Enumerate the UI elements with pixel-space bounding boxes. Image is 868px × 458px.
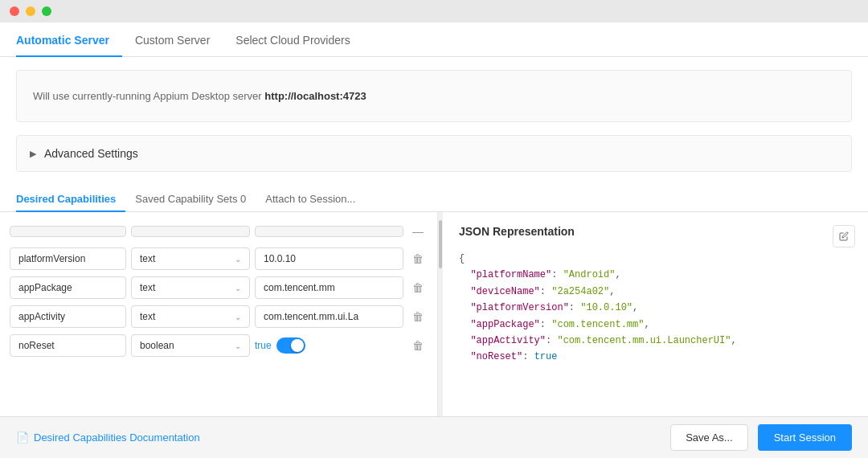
save-as-button[interactable]: Save As... xyxy=(670,424,748,451)
capabilities-tab-bar: Desired Capabilities Saved Capability Se… xyxy=(0,185,868,212)
toggle-switch[interactable] xyxy=(276,337,305,354)
json-panel: JSON Representation { "platformName": "A… xyxy=(443,212,868,416)
cap-name-field[interactable]: appActivity xyxy=(10,305,126,328)
tab-cloud-providers[interactable]: Select Cloud Providers xyxy=(223,22,362,56)
type-label: text xyxy=(140,311,155,322)
delete-button[interactable]: 🗑 xyxy=(408,307,428,326)
main-window: Automatic Server Custom Server Select Cl… xyxy=(0,22,868,458)
scroll-thumb xyxy=(439,220,442,268)
table-row: — xyxy=(0,219,437,244)
close-button[interactable] xyxy=(10,6,19,16)
json-panel-title: JSON Representation xyxy=(459,225,855,238)
chevron-down-icon: ⌄ xyxy=(235,255,241,264)
chevron-right-icon: ▶ xyxy=(30,149,36,159)
bottom-bar: 📄 Desired Capabilities Documentation Sav… xyxy=(0,416,868,458)
cap-name-field[interactable]: platformVersion xyxy=(10,247,126,270)
chevron-down-icon: ⌄ xyxy=(235,284,241,292)
bottom-actions: Save As... Start Session xyxy=(670,424,852,451)
table-row: platformVersion text ⌄ 10.0.10 🗑 xyxy=(0,244,437,273)
content-area: — platformVersion text ⌄ 10.0.10 🗑 appPa… xyxy=(0,212,868,416)
server-tab-bar: Automatic Server Custom Server Select Cl… xyxy=(0,22,868,57)
delete-button[interactable]: 🗑 xyxy=(408,336,428,355)
delete-button[interactable]: 🗑 xyxy=(408,278,428,297)
docs-icon: 📄 xyxy=(16,431,29,444)
table-row: appPackage text ⌄ com.tencent.mm 🗑 xyxy=(0,273,437,302)
start-session-button[interactable]: Start Session xyxy=(758,424,852,451)
cap-value-input[interactable] xyxy=(255,226,403,237)
cap-name-field[interactable]: appPackage xyxy=(10,276,126,299)
docs-link-label: Desired Capabilities Documentation xyxy=(34,431,200,444)
cap-type-select[interactable]: text ⌄ xyxy=(131,247,250,270)
info-banner: Will use currently-running Appium Deskto… xyxy=(16,70,852,122)
tab-desired-capabilities[interactable]: Desired Capabilities xyxy=(16,185,125,211)
type-label: text xyxy=(140,253,155,264)
info-text: Will use currently-running Appium Deskto… xyxy=(33,90,264,102)
title-bar xyxy=(0,0,868,22)
cap-value-field[interactable]: com.tencent.mm.ui.La xyxy=(255,305,403,328)
delete-button[interactable]: 🗑 xyxy=(408,249,428,268)
capabilities-section: Desired Capabilities Saved Capability Se… xyxy=(0,185,868,416)
delete-icon[interactable]: — xyxy=(408,222,428,241)
tab-saved-capability-sets[interactable]: Saved Capability Sets 0 xyxy=(125,185,256,211)
advanced-settings-panel[interactable]: ▶ Advanced Settings xyxy=(16,135,852,172)
edit-json-button[interactable] xyxy=(833,225,855,247)
capabilities-list: — platformVersion text ⌄ 10.0.10 🗑 appPa… xyxy=(0,212,438,416)
cap-type-select[interactable]: boolean ⌄ xyxy=(131,334,250,357)
table-row: noReset boolean ⌄ true 🗑 xyxy=(0,331,437,360)
advanced-settings-label: Advanced Settings xyxy=(44,147,138,160)
cap-value-field[interactable]: 10.0.10 xyxy=(255,247,403,270)
chevron-down-icon: ⌄ xyxy=(235,341,241,350)
type-label: text xyxy=(140,282,155,293)
server-url: http://localhost:4723 xyxy=(264,90,366,102)
cap-name-field[interactable]: noReset xyxy=(10,334,126,357)
cap-value-field[interactable]: com.tencent.mm xyxy=(255,276,403,299)
tab-attach-to-session[interactable]: Attach to Session... xyxy=(256,185,365,211)
cap-value-toggle-container: true xyxy=(255,337,403,354)
tab-custom-server[interactable]: Custom Server xyxy=(122,22,223,56)
cap-type-select[interactable] xyxy=(131,226,250,237)
cap-name-input[interactable] xyxy=(10,226,126,237)
table-row: appActivity text ⌄ com.tencent.mm.ui.La … xyxy=(0,302,437,331)
docs-link[interactable]: 📄 Desired Capabilities Documentation xyxy=(16,431,200,444)
type-label: boolean xyxy=(140,340,174,351)
json-content: { "platformName": "Android", "deviceName… xyxy=(459,251,855,366)
cap-type-select[interactable]: text ⌄ xyxy=(131,305,250,328)
toggle-value-label: true xyxy=(255,340,272,351)
chevron-down-icon: ⌄ xyxy=(235,313,241,321)
minimize-button[interactable] xyxy=(26,6,35,16)
cap-type-select[interactable]: text ⌄ xyxy=(131,276,250,299)
maximize-button[interactable] xyxy=(42,6,51,16)
tab-automatic-server[interactable]: Automatic Server xyxy=(16,22,122,56)
